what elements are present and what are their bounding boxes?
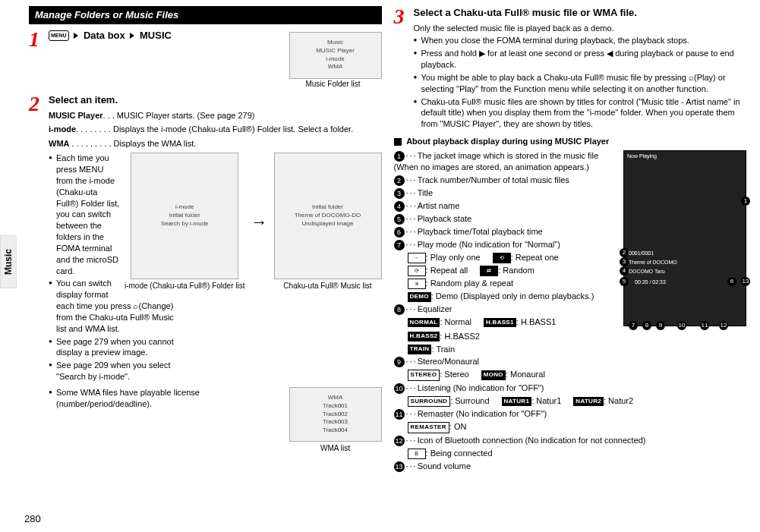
section-tab-label: Music: [2, 249, 14, 275]
about-playback-heading: About playback display during using MUSI…: [394, 136, 747, 147]
eq-normal-icon: NORMAL: [408, 318, 440, 328]
about-item-10: 10···Listening (No indication for "OFF"): [394, 382, 747, 394]
callout-5: 5: [620, 277, 629, 286]
random-repeat-icon: ⤨: [408, 279, 426, 289]
bullet-item: Press and hold ▶ for at least one second…: [414, 48, 747, 71]
screenshot-wma-list: WMA Track001 Track002 Track003 Track004: [289, 387, 382, 442]
step-3-title: Select a Chaku-uta Full® music file or W…: [414, 6, 747, 20]
heading-manage-folders: Manage Folders or Music Files: [29, 6, 382, 24]
callout-6: 6: [727, 277, 736, 286]
square-bullet-icon: [394, 138, 402, 146]
nav-databox: Data box: [84, 30, 125, 41]
callout-7: 7: [629, 321, 638, 330]
natur1-icon: NATUR1: [502, 397, 532, 407]
callout-13: 13: [741, 277, 750, 286]
bullet-item: You can switch display format each time …: [49, 278, 185, 334]
callout-3: 3: [620, 257, 629, 266]
bullet-item: Chaku-uta Full® music files are shown by…: [414, 96, 747, 131]
bullet-item: See page 279 when you cannot display a p…: [49, 336, 185, 359]
manual-page: Music 280 Manage Folders or Music Files …: [0, 0, 760, 532]
repeat-one-icon: ⟲: [493, 253, 511, 263]
callout-8: 8: [642, 321, 651, 330]
bullet-item: Each time you press MENU from the i-mode…: [49, 153, 185, 276]
eq-hbass1-icon: H.BASS1: [484, 318, 516, 328]
callout-2: 2: [620, 248, 629, 257]
desc-music-player: MUSIC Player. . . MUSIC Player starts. (…: [49, 110, 382, 121]
step-2-bullets: Each time you press MENU from the i-mode…: [49, 153, 185, 382]
callout-11: 11: [700, 321, 709, 330]
bullet-item: When you close the FOMA terminal during …: [414, 35, 747, 46]
play-mode-row: →: Play only one ⟲: Repeat one: [408, 252, 620, 263]
step-3-bullets: When you close the FOMA terminal during …: [414, 35, 747, 130]
random-icon: ⇄: [480, 266, 498, 276]
caption-wma-list: WMA list: [289, 443, 382, 454]
mono-icon: MONO: [481, 370, 506, 380]
about-item-12: 12···Icon of Bluetooth connection (No in…: [394, 435, 747, 446]
left-column: Manage Folders or Music Files 1 Music MU…: [23, 6, 388, 532]
remaster-icon: REMASTER: [408, 422, 449, 433]
screenshot-chaku-music-list: Initial folder Theme of DOCOMO-DO Undisp…: [274, 153, 382, 279]
bullet-item: You might be able to play back a Chaku-u…: [414, 72, 747, 95]
step-3: 3 Select a Chaku-uta Full® music file or…: [394, 6, 747, 131]
breadcrumb-arrow-icon: [74, 33, 78, 39]
about-item-9: 9···Stereo/Monaural: [394, 356, 747, 367]
caption-chaku-music-list: Chaku-uta Full® Music list: [283, 281, 371, 291]
eq-train-icon: TRAIN: [408, 345, 432, 354]
step-3-body: Select a Chaku-uta Full® music file or W…: [414, 6, 747, 131]
section-tab-music: Music: [0, 235, 17, 288]
play-one-icon: →: [408, 253, 426, 263]
step-2-number: 2: [29, 93, 49, 453]
step-2-bullets-2: Some WMA files have playable license (nu…: [49, 387, 292, 410]
screenshot-music-folder-list: Music MUSIC Player i-mode WMA: [289, 32, 382, 79]
callout-1: 1: [741, 197, 750, 206]
bullet-item: Some WMA files have playable license (nu…: [49, 387, 292, 410]
demo-icon: DEMO: [408, 292, 431, 302]
page-number: 280: [24, 512, 41, 526]
desc-imode: i-mode. . . . . . . . Displays the i-mod…: [49, 124, 382, 135]
natur2-icon: NATUR2: [573, 397, 604, 407]
stereo-icon: STEREO: [408, 370, 440, 381]
breadcrumb-arrow-icon: [130, 33, 134, 39]
about-item-11: 11···Remaster (No indication for "OFF"): [394, 408, 747, 420]
step-1-number: 1: [29, 29, 49, 90]
callout-4: 4: [620, 266, 629, 275]
step-3-intro: Only the selected music file is played b…: [414, 23, 747, 34]
arrow-right-icon: →: [251, 211, 268, 234]
step-3-number: 3: [394, 6, 414, 131]
repeat-all-icon: ⟳: [408, 266, 426, 276]
callout-12: 12: [719, 321, 728, 330]
right-column: 3 Select a Chaku-uta Full® music file or…: [388, 6, 753, 532]
step-2: 2 Select an item. MUSIC Player. . . MUSI…: [29, 93, 382, 453]
callout-10: 10: [677, 321, 686, 330]
about-item-13: 13···Sound volume: [394, 461, 747, 472]
bluetooth-icon: B: [408, 449, 426, 459]
step-2-body: Select an item. MUSIC Player. . . MUSIC …: [49, 93, 382, 453]
desc-wma: WMA . . . . . . . . . Displays the WMA l…: [49, 138, 382, 150]
screenshot-music-player: Now Playing 0001/0001 Theme of DOCOMO DO…: [623, 150, 746, 326]
nav-music: MUSIC: [140, 30, 172, 41]
eq-hbass2-icon: H.BASS2: [408, 332, 440, 342]
bullet-item: See page 209 when you select "Search by …: [49, 360, 185, 382]
step-2-title: Select an item.: [49, 93, 382, 107]
callout-9: 9: [656, 321, 665, 330]
surround-icon: SURROUND: [408, 396, 451, 408]
step-1: 1 Music MUSIC Player i-mode WMA Music Fo…: [29, 29, 382, 90]
menu-key-badge: MENU: [49, 30, 69, 40]
step-1-body: Music MUSIC Player i-mode WMA Music Fold…: [49, 29, 382, 90]
